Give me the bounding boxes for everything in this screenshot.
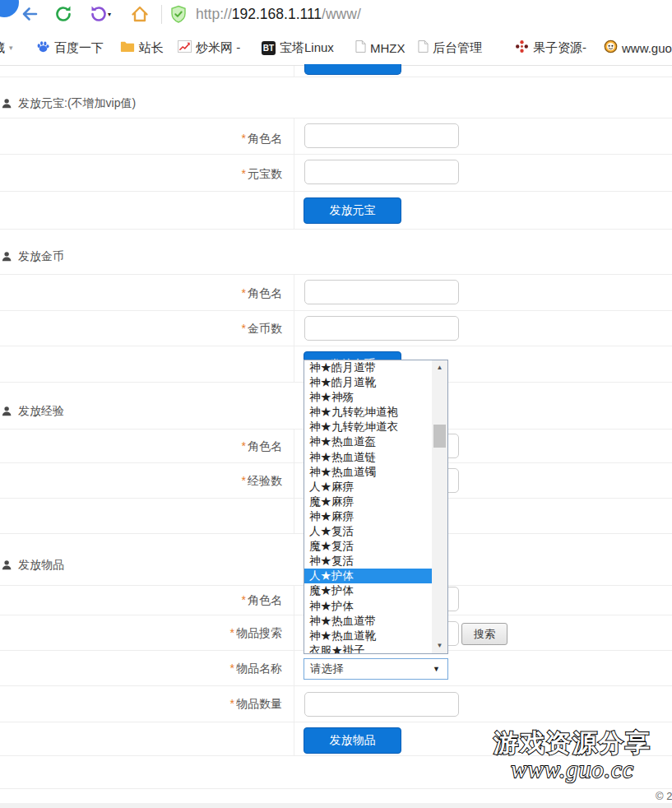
undo-icon[interactable] xyxy=(89,4,109,24)
bookmark-chaomiwang[interactable]: 炒米网 - xyxy=(178,38,240,58)
item-quantity-input[interactable] xyxy=(304,692,459,717)
item-option[interactable]: 魔★麻痹 xyxy=(304,495,433,509)
divider xyxy=(0,154,672,155)
browser-window: ▾ http://192.168.1.111/www/ 藏 ▾ 百度一下 xyxy=(0,0,672,808)
section-title-yuanbao: 发放元宝:(不增加vip值) xyxy=(2,96,136,111)
home-icon[interactable] xyxy=(130,4,150,24)
url-path: /www/ xyxy=(322,6,361,22)
item-option[interactable]: 神★皓月道带 xyxy=(304,360,433,375)
item-listbox[interactable]: 神★皓月道带神★皓月道靴神★神殇神★九转乾坤道袍神★九转乾坤道衣神★热血道盔神★… xyxy=(304,360,448,654)
item-option[interactable]: 神★热血道镯 xyxy=(304,465,433,480)
bookmark-baidu[interactable]: 百度一下 xyxy=(36,38,104,58)
section-title-gold: 发放金币 xyxy=(2,249,64,264)
item-option[interactable]: 神★麻痹 xyxy=(304,509,433,524)
bookmark-overflow[interactable]: 藏 ▾ xyxy=(0,38,13,58)
field-label: *角色名 xyxy=(167,439,282,453)
watermark-title: 游戏资源分享 xyxy=(473,729,672,757)
divider xyxy=(294,274,294,382)
bookmark-admin[interactable]: 后台管理 xyxy=(418,38,482,58)
scroll-down-icon[interactable]: ▼ xyxy=(432,640,447,652)
bookmark-mhzx[interactable]: MHZX xyxy=(355,38,406,58)
undo-menu-caret-icon[interactable]: ▾ xyxy=(108,11,111,18)
page-content: 发放元宝:(不增加vip值) *角色名 *元宝数 发放元宝 发放金币 *角色名 … xyxy=(0,66,672,808)
item-search-button[interactable]: 搜索 xyxy=(461,623,507,645)
item-option[interactable]: 神★热血道盔 xyxy=(304,434,433,449)
user-icon xyxy=(2,98,13,109)
field-label: *金币数 xyxy=(167,321,282,336)
item-option[interactable]: 人★护体 xyxy=(304,569,433,583)
field-label: *角色名 xyxy=(167,592,282,607)
back-icon[interactable] xyxy=(20,4,39,24)
item-option[interactable]: 神★护体 xyxy=(304,599,433,614)
item-option[interactable]: 神★神殇 xyxy=(304,390,433,405)
submit-yuanbao-button[interactable]: 发放元宝 xyxy=(304,197,401,224)
divider xyxy=(0,77,672,77)
item-option[interactable]: 神★九转乾坤道袍 xyxy=(304,405,433,420)
listbox-scrollbar[interactable]: ▲ ▼ xyxy=(432,360,447,653)
item-option[interactable]: 神★皓月道靴 xyxy=(304,375,433,390)
bookmark-label: 站长 xyxy=(139,40,164,56)
divider xyxy=(0,118,672,118)
divider xyxy=(294,118,294,229)
required-mark: * xyxy=(230,626,234,639)
submit-item-button[interactable]: 发放物品 xyxy=(304,727,401,754)
face-badge-icon xyxy=(604,39,618,56)
field-label: *物品搜索 xyxy=(167,625,282,640)
page-icon xyxy=(418,39,429,56)
section-title-item: 发放物品 xyxy=(2,558,64,573)
item-option[interactable]: 神★复活 xyxy=(304,554,433,569)
item-option[interactable]: 魔★复活 xyxy=(304,539,433,554)
browser-logo-icon[interactable] xyxy=(0,0,19,17)
user-icon xyxy=(2,251,13,262)
baidu-paw-icon xyxy=(36,39,50,56)
divider xyxy=(0,685,672,686)
bookmark-label: 后台管理 xyxy=(433,40,482,56)
scroll-thumb[interactable] xyxy=(433,425,446,448)
bt-badge-icon: BT xyxy=(262,41,276,55)
address-bar[interactable]: http://192.168.1.111/www/ xyxy=(196,6,361,23)
divider xyxy=(0,788,672,789)
bookmark-zhanzhang[interactable]: 站长 xyxy=(120,38,164,58)
divider xyxy=(294,66,294,77)
item-name-select[interactable]: 请选择 ▼ xyxy=(304,658,448,680)
bookmark-wwwguo[interactable]: www.guo xyxy=(604,38,672,58)
divider xyxy=(0,310,672,311)
divider xyxy=(0,229,672,230)
item-option[interactable]: 人★麻痹 xyxy=(304,480,433,495)
item-option[interactable]: 神★九转乾坤道衣 xyxy=(304,420,433,434)
divider xyxy=(294,429,294,533)
yuanbao-amount-input[interactable] xyxy=(304,160,459,184)
watermark-url: www.guo.cc xyxy=(473,757,672,782)
clipped-button-top[interactable] xyxy=(304,64,401,75)
stock-chart-icon xyxy=(178,40,192,55)
bookmark-baota-linux[interactable]: BT 宝塔Linux xyxy=(262,38,334,58)
chevron-down-icon: ▾ xyxy=(9,44,13,52)
field-label: *物品名称 xyxy=(167,661,282,676)
select-value: 请选择 xyxy=(310,662,344,675)
required-mark: * xyxy=(242,286,246,300)
item-option[interactable]: 神★热血道链 xyxy=(304,450,433,465)
field-label: *角色名 xyxy=(167,286,282,300)
refresh-icon[interactable] xyxy=(53,4,73,24)
role-name-input-gold[interactable] xyxy=(304,280,459,304)
bookmark-guozi[interactable]: 果子资源- xyxy=(515,38,586,58)
item-option[interactable]: 人★复活 xyxy=(304,524,433,539)
item-option[interactable]: 神★热血道带 xyxy=(304,614,433,629)
required-mark: * xyxy=(230,697,234,710)
item-option[interactable]: 衣服★褂子 xyxy=(304,643,433,654)
required-mark: * xyxy=(230,662,234,675)
item-option[interactable]: 魔★护体 xyxy=(304,583,433,598)
footer-band xyxy=(0,803,672,808)
scroll-up-icon[interactable]: ▲ xyxy=(432,362,447,374)
copyright-text: © 2 xyxy=(656,790,672,802)
required-mark: * xyxy=(242,322,246,335)
page-icon xyxy=(355,39,366,56)
bookmarks-bar: 藏 ▾ 百度一下 站长 炒米网 - BT 宝塔Linux xyxy=(0,29,672,66)
gold-amount-input[interactable] xyxy=(304,316,459,341)
item-listbox-options: 神★皓月道带神★皓月道靴神★神殇神★九转乾坤道袍神★九转乾坤道衣神★热血道盔神★… xyxy=(304,360,433,654)
field-label: *物品数量 xyxy=(167,696,282,711)
site-security-shield-icon[interactable] xyxy=(169,4,188,25)
item-option[interactable]: 神★热血道靴 xyxy=(304,629,433,643)
role-name-input-yuanbao[interactable] xyxy=(304,123,459,148)
bookmark-label: www.guo xyxy=(622,41,672,55)
